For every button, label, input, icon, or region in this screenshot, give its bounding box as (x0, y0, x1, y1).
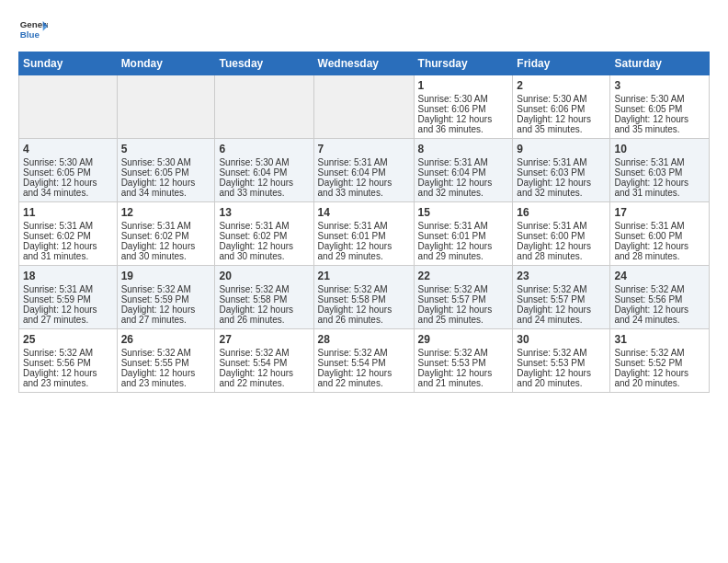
calendar-cell: 30Sunrise: 5:32 AMSunset: 5:53 PMDayligh… (513, 329, 610, 393)
calendar-cell: 15Sunrise: 5:31 AMSunset: 6:01 PMDayligh… (414, 202, 513, 266)
calendar-cell: 9Sunrise: 5:31 AMSunset: 6:03 PMDaylight… (513, 139, 610, 202)
sunset-text: Sunset: 5:56 PM (614, 294, 682, 304)
calendar-cell: 26Sunrise: 5:32 AMSunset: 5:55 PMDayligh… (117, 329, 215, 393)
daylight-text: Daylight: 12 hours and 25 minutes. (418, 304, 493, 325)
sunrise-text: Sunrise: 5:31 AM (318, 157, 388, 167)
day-header: Friday (513, 52, 610, 75)
daylight-text: Daylight: 12 hours and 32 minutes. (418, 178, 493, 198)
sunrise-text: Sunrise: 5:32 AM (318, 284, 388, 294)
daylight-text: Daylight: 12 hours and 30 minutes. (219, 241, 293, 261)
daylight-text: Daylight: 12 hours and 24 minutes. (614, 304, 688, 325)
sunset-text: Sunset: 6:04 PM (418, 167, 486, 178)
sunrise-text: Sunrise: 5:32 AM (23, 348, 93, 358)
sunrise-text: Sunrise: 5:31 AM (517, 157, 586, 167)
calendar-cell: 5Sunrise: 5:30 AMSunset: 6:05 PMDaylight… (117, 139, 215, 202)
day-header: Tuesday (215, 52, 313, 75)
calendar-cell: 7Sunrise: 5:31 AMSunset: 6:04 PMDaylight… (313, 139, 414, 202)
day-number: 28 (318, 333, 410, 346)
day-number: 26 (121, 333, 211, 346)
logo-icon: General Blue (18, 15, 48, 44)
sunrise-text: Sunrise: 5:30 AM (23, 157, 93, 167)
daylight-text: Daylight: 12 hours and 21 minutes. (418, 368, 493, 388)
day-number: 8 (418, 143, 509, 155)
daylight-text: Daylight: 12 hours and 32 minutes. (517, 178, 591, 198)
day-number: 15 (418, 206, 509, 219)
sunrise-text: Sunrise: 5:31 AM (121, 221, 191, 231)
sunrise-text: Sunrise: 5:30 AM (121, 157, 191, 167)
calendar-cell: 19Sunrise: 5:32 AMSunset: 5:59 PMDayligh… (117, 266, 215, 329)
sunset-text: Sunset: 6:05 PM (23, 167, 91, 178)
daylight-text: Daylight: 12 hours and 27 minutes. (121, 304, 196, 325)
calendar-cell: 3Sunrise: 5:30 AMSunset: 6:05 PMDaylight… (610, 75, 710, 139)
calendar-cell: 27Sunrise: 5:32 AMSunset: 5:54 PMDayligh… (215, 329, 313, 393)
sunset-text: Sunset: 6:05 PM (121, 167, 189, 178)
sunset-text: Sunset: 5:57 PM (418, 294, 486, 304)
calendar-cell: 16Sunrise: 5:31 AMSunset: 6:00 PMDayligh… (513, 202, 610, 266)
calendar-cell: 20Sunrise: 5:32 AMSunset: 5:58 PMDayligh… (215, 266, 313, 329)
calendar-week-row: 18Sunrise: 5:31 AMSunset: 5:59 PMDayligh… (19, 266, 710, 329)
sunrise-text: Sunrise: 5:32 AM (121, 284, 191, 294)
calendar-week-row: 4Sunrise: 5:30 AMSunset: 6:05 PMDaylight… (19, 139, 710, 202)
calendar-cell (313, 75, 414, 139)
sunrise-text: Sunrise: 5:31 AM (23, 284, 93, 294)
daylight-text: Daylight: 12 hours and 31 minutes. (614, 178, 688, 198)
sunset-text: Sunset: 5:52 PM (614, 358, 682, 368)
sunset-text: Sunset: 5:59 PM (23, 294, 91, 304)
daylight-text: Daylight: 12 hours and 22 minutes. (219, 368, 293, 388)
sunrise-text: Sunrise: 5:32 AM (121, 348, 191, 358)
calendar-cell: 11Sunrise: 5:31 AMSunset: 6:02 PMDayligh… (19, 202, 118, 266)
svg-text:Blue: Blue (20, 29, 40, 40)
sunset-text: Sunset: 5:55 PM (121, 358, 189, 368)
sunset-text: Sunset: 5:59 PM (121, 294, 189, 304)
sunset-text: Sunset: 6:02 PM (121, 231, 189, 241)
day-header: Monday (117, 52, 215, 75)
day-number: 16 (517, 206, 606, 219)
sunset-text: Sunset: 6:00 PM (614, 231, 682, 241)
daylight-text: Daylight: 12 hours and 29 minutes. (418, 241, 493, 261)
calendar-cell: 10Sunrise: 5:31 AMSunset: 6:03 PMDayligh… (610, 139, 710, 202)
day-number: 20 (219, 270, 309, 282)
day-number: 13 (219, 206, 309, 219)
sunrise-text: Sunrise: 5:31 AM (23, 221, 93, 231)
calendar-cell: 14Sunrise: 5:31 AMSunset: 6:01 PMDayligh… (313, 202, 414, 266)
day-number: 17 (614, 206, 705, 219)
calendar-cell: 22Sunrise: 5:32 AMSunset: 5:57 PMDayligh… (414, 266, 513, 329)
calendar-cell: 18Sunrise: 5:31 AMSunset: 5:59 PMDayligh… (19, 266, 118, 329)
daylight-text: Daylight: 12 hours and 30 minutes. (121, 241, 196, 261)
header: General Blue (18, 15, 710, 44)
daylight-text: Daylight: 12 hours and 20 minutes. (614, 368, 688, 388)
daylight-text: Daylight: 12 hours and 20 minutes. (517, 368, 591, 388)
calendar-cell: 23Sunrise: 5:32 AMSunset: 5:57 PMDayligh… (513, 266, 610, 329)
sunset-text: Sunset: 6:06 PM (418, 104, 486, 114)
day-header: Wednesday (313, 52, 414, 75)
sunset-text: Sunset: 5:53 PM (517, 358, 585, 368)
header-row: SundayMondayTuesdayWednesdayThursdayFrid… (19, 52, 710, 75)
daylight-text: Daylight: 12 hours and 33 minutes. (318, 178, 392, 198)
calendar-cell: 28Sunrise: 5:32 AMSunset: 5:54 PMDayligh… (313, 329, 414, 393)
day-number: 23 (517, 270, 606, 282)
calendar-week-row: 1Sunrise: 5:30 AMSunset: 6:06 PMDaylight… (19, 75, 710, 139)
day-number: 31 (614, 333, 705, 346)
calendar-week-row: 25Sunrise: 5:32 AMSunset: 5:56 PMDayligh… (19, 329, 710, 393)
daylight-text: Daylight: 12 hours and 29 minutes. (318, 241, 392, 261)
sunrise-text: Sunrise: 5:30 AM (418, 94, 488, 104)
sunrise-text: Sunrise: 5:30 AM (517, 94, 586, 104)
day-number: 29 (418, 333, 509, 346)
day-header: Sunday (19, 52, 118, 75)
sunset-text: Sunset: 6:04 PM (318, 167, 386, 178)
calendar-cell (215, 75, 313, 139)
sunrise-text: Sunrise: 5:31 AM (219, 221, 289, 231)
day-number: 10 (614, 143, 705, 155)
sunset-text: Sunset: 6:03 PM (614, 167, 682, 178)
calendar-cell (117, 75, 215, 139)
day-number: 24 (614, 270, 705, 282)
calendar-cell: 21Sunrise: 5:32 AMSunset: 5:58 PMDayligh… (313, 266, 414, 329)
sunrise-text: Sunrise: 5:30 AM (219, 157, 289, 167)
calendar-cell: 13Sunrise: 5:31 AMSunset: 6:02 PMDayligh… (215, 202, 313, 266)
day-number: 11 (23, 206, 113, 219)
sunrise-text: Sunrise: 5:31 AM (318, 221, 388, 231)
day-number: 9 (517, 143, 606, 155)
daylight-text: Daylight: 12 hours and 34 minutes. (121, 178, 196, 198)
daylight-text: Daylight: 12 hours and 28 minutes. (614, 241, 688, 261)
sunset-text: Sunset: 5:57 PM (517, 294, 585, 304)
